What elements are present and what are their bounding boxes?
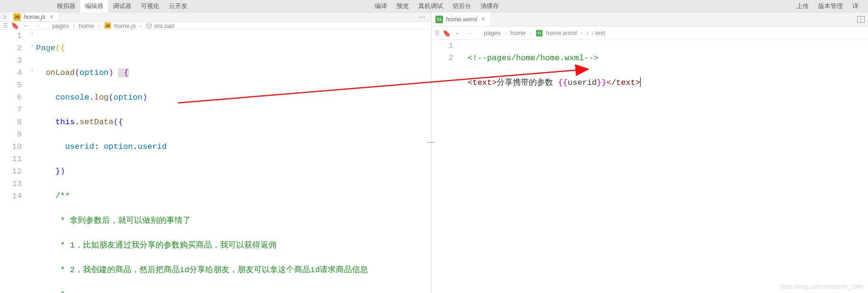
more-actions-icon[interactable]: ⋯	[412, 12, 431, 21]
code-content[interactable]: <!--pages/home/home.wxml--> <text>分享携带的参…	[468, 40, 868, 293]
menu-debugger[interactable]: 调试器	[108, 0, 136, 12]
breadcrumb-left: ☰ 🔖 ← → pages › home › JS home.js › onLo…	[0, 22, 431, 30]
line-gutter: 1 2 3 4 5 6 7 8 9 10 11 12 13 14	[0, 30, 28, 293]
list-icon[interactable]: ☰	[434, 30, 440, 37]
menu-clear-cache[interactable]: 清缓存	[476, 0, 504, 12]
fold-gutter[interactable]	[460, 40, 468, 293]
code-editor-left[interactable]: 1 2 3 4 5 6 7 8 9 10 11 12 13 14 ˅ ˅ ˅	[0, 30, 431, 293]
fold-toggle-icon: ˅	[28, 30, 36, 42]
chevron-right-icon: ›	[98, 22, 100, 29]
crumb-pages[interactable]: pages	[52, 22, 69, 29]
editor-pane-left: JS home.js ✕ ⋯ ☰ 🔖 ← → pages › home › JS…	[0, 12, 432, 293]
crumb-pages[interactable]: pages	[484, 29, 500, 37]
menu-simulator[interactable]: 模拟器	[52, 0, 80, 12]
editor-pane-right: home.wxml ✕ ☰ 🔖 ← → pages › home › home.…	[432, 12, 868, 293]
fold-toggle-icon: ˅	[28, 67, 36, 79]
tab-label: home.js	[24, 13, 46, 20]
crumb-home[interactable]: home	[510, 29, 526, 37]
nav-back-icon[interactable]: ←	[22, 22, 30, 29]
menu-preview[interactable]: 预览	[392, 0, 414, 12]
tab-bar-right: home.wxml ✕	[432, 12, 868, 27]
menu-compile[interactable]: 编译	[370, 0, 392, 12]
js-file-icon: JS	[13, 13, 21, 21]
top-menu-center: 编译 预览 真机调试 切后台 清缓存	[370, 0, 504, 12]
menu-background[interactable]: 切后台	[448, 0, 476, 12]
crumb-symbol[interactable]: onLoad	[146, 22, 175, 29]
line-gutter: 1 2	[432, 40, 460, 293]
chevron-right-icon: ›	[504, 29, 506, 37]
code-content[interactable]: Page({ onLoad(option) { console.log(opti…	[36, 30, 431, 293]
crumb-file[interactable]: home.wxml	[546, 29, 577, 37]
tab-close-icon[interactable]: ✕	[48, 14, 55, 20]
chevron-right-icon: ›	[581, 29, 582, 37]
menu-version[interactable]: 版本管理	[813, 0, 848, 12]
breadcrumb-right: ☰ 🔖 ← → pages › home › home.wxml › text	[432, 27, 868, 40]
crumb-file[interactable]: home.js	[114, 22, 136, 29]
watermark-text: https://blog.csdn.net/qiushi_1990	[780, 284, 863, 290]
list-icon[interactable]: ☰	[3, 22, 8, 29]
crumb-symbol[interactable]: text	[587, 29, 605, 37]
tab-close-icon[interactable]: ✕	[480, 16, 486, 22]
bookmark-icon[interactable]: 🔖	[11, 22, 19, 29]
chevron-right-icon: ›	[139, 22, 141, 29]
tag-icon	[587, 30, 593, 37]
top-menu-right: 上传 版本管理 详	[792, 0, 863, 12]
nav-back-icon[interactable]: ←	[453, 29, 462, 37]
crumb-home[interactable]: home	[79, 22, 94, 29]
top-menu-left: 模拟器 编辑器 调试器 可视化 云开发	[52, 0, 192, 12]
bookmark-icon[interactable]: 🔖	[443, 29, 451, 37]
wxml-file-icon	[435, 16, 443, 23]
wxml-file-icon	[536, 30, 543, 37]
top-menu: 模拟器 编辑器 调试器 可视化 云开发 编译 预览 真机调试 切后台 清缓存 上…	[0, 0, 868, 12]
code-editor-right[interactable]: 1 2 <!--pages/home/home.wxml--> <text>分享…	[432, 40, 868, 293]
text-cursor	[640, 77, 641, 87]
menu-cloud[interactable]: 云开发	[164, 0, 192, 12]
nav-forward-icon[interactable]: →	[33, 22, 42, 29]
collapse-toggle-icon[interactable]	[0, 12, 9, 21]
tab-label: home.wxml	[446, 16, 477, 23]
nav-forward-icon[interactable]: →	[465, 29, 473, 37]
menu-editor[interactable]: 编辑器	[80, 0, 108, 12]
chevron-right-icon: ›	[73, 22, 74, 29]
tab-bar-left: JS home.js ✕ ⋯	[0, 12, 431, 22]
js-file-icon: JS	[104, 22, 111, 29]
fold-gutter[interactable]: ˅ ˅ ˅	[28, 30, 36, 293]
menu-remote[interactable]: 真机调试	[414, 0, 448, 12]
tab-home-js[interactable]: JS home.js ✕	[9, 12, 60, 21]
method-icon	[146, 22, 152, 29]
chevron-right-icon: ›	[529, 29, 531, 37]
menu-details[interactable]: 详	[848, 0, 863, 12]
menu-upload[interactable]: 上传	[792, 0, 813, 12]
tab-home-wxml[interactable]: home.wxml ✕	[432, 12, 491, 26]
fold-toggle-icon: ˅	[28, 42, 36, 55]
split-editor-icon[interactable]	[854, 12, 868, 26]
menu-visual[interactable]: 可视化	[136, 0, 164, 12]
